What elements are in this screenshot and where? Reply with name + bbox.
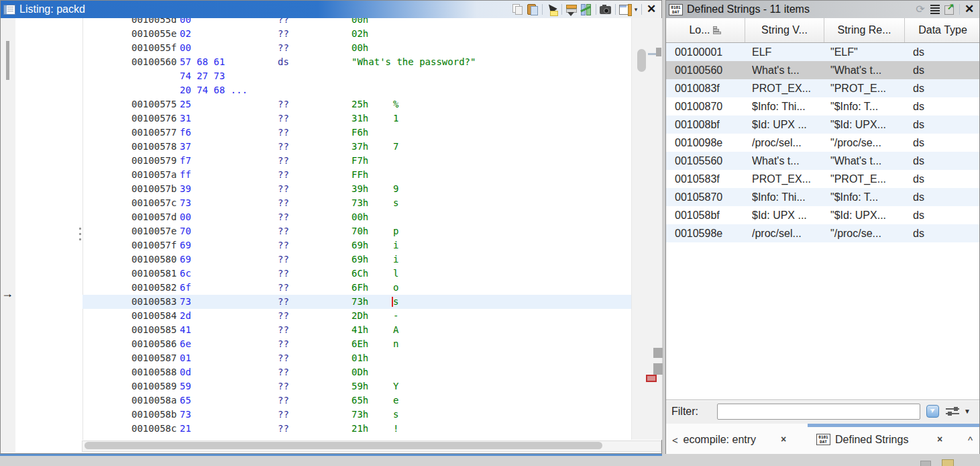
listing-row[interactable]: 0010058c21??21h! — [83, 422, 631, 432]
cell-location: 0010083f — [675, 79, 747, 97]
overview-scroll-thumb[interactable] — [637, 49, 646, 72]
close-icon[interactable]: ✕ — [644, 3, 659, 16]
refresh-icon[interactable]: ⟳ — [913, 3, 928, 16]
listing-rows: 0010055d00??00h0010055e02??02h0010055f00… — [83, 18, 631, 432]
filter-input[interactable] — [717, 404, 920, 420]
listing-operand: F7h — [351, 154, 368, 168]
cell-string-value: $Id: UPX ... — [752, 206, 827, 224]
tab-close-icon[interactable]: × — [781, 434, 786, 445]
cursor-marker-icon[interactable] — [545, 3, 559, 16]
listing-row[interactable]: 0010058373??73hs — [83, 295, 631, 309]
listing-row[interactable]: 0010055e02??02h — [83, 27, 631, 41]
listing-row[interactable]: 0010058069??69hi — [83, 252, 631, 267]
listing-operand: 00h — [351, 210, 368, 224]
splitter-dots-icon[interactable] — [79, 228, 81, 241]
column-header-location[interactable]: Lo... — [666, 18, 745, 42]
string-table-row[interactable]: 00100870$Info: Thi..."$Info: T...ds — [666, 97, 979, 115]
listing-row[interactable]: 0010058b73??73hs — [83, 408, 631, 422]
listing-address: 00100560 — [131, 55, 176, 69]
dropdown-arrow-icon[interactable]: ▼ — [964, 408, 971, 415]
column-filter-icon[interactable] — [946, 406, 959, 416]
string-table-row[interactable]: 0010098e/proc/sel..."/proc/se...ds — [666, 134, 979, 152]
listing-row[interactable]: 0010058a65??65he — [83, 393, 631, 408]
column-header-string-rep[interactable]: String Re... — [824, 18, 905, 42]
close-icon[interactable]: ✕ — [962, 3, 977, 16]
listing-row[interactable]: 00100579f7??F7h — [83, 154, 631, 168]
column-header-data-type[interactable]: Data Type — [905, 18, 980, 42]
make-selection-icon[interactable]: ➚ — [942, 3, 957, 16]
listing-row[interactable]: 0010056057 68 61ds"What's the password?" — [83, 55, 631, 69]
listing-row[interactable]: 0010057631??31h1 — [83, 111, 631, 126]
listing-bytes: 00 — [180, 18, 191, 27]
filter-options-icon[interactable] — [926, 405, 939, 418]
cell-string-value: /proc/sel... — [752, 224, 827, 242]
listing-row[interactable]: 0010058541??41hA — [83, 323, 631, 337]
string-table-row[interactable]: 00105560What's t..."What's t...ds — [666, 152, 979, 170]
listing-row[interactable]: 0010057525??25h% — [83, 97, 631, 111]
listing-row[interactable]: 0010057837??37h7 — [83, 140, 631, 154]
view-lines-icon[interactable] — [928, 3, 942, 16]
listing-row[interactable]: 0010057d00??00h — [83, 210, 631, 224]
listing-row[interactable]: 0010057b39??39h9 — [83, 182, 631, 196]
horizontal-scrollbar-thumb[interactable] — [85, 442, 602, 449]
listing-row[interactable]: 0010055d00??00h — [83, 18, 631, 27]
listing-row[interactable]: 20 74 68 ... — [83, 83, 631, 97]
listing-row[interactable]: 001005866e??6Ehn — [83, 337, 631, 351]
string-table-row[interactable]: 0010598e/proc/sel..."/proc/se...ds — [666, 224, 979, 242]
string-table-row[interactable]: 001058bf$Id: UPX ..."$Id: UPX...ds — [666, 206, 979, 224]
listing-operand: F6h — [351, 126, 368, 140]
snapshot-camera-icon[interactable] — [598, 3, 613, 16]
diff-view-icon[interactable] — [579, 3, 594, 16]
cell-string-rep: "$Info: T... — [830, 97, 910, 115]
listing-row[interactable]: 001005880d??0Dh — [83, 365, 631, 379]
listing-address: 00100588 — [131, 365, 176, 379]
table-header: Lo... String V... String Re... Data Type — [666, 18, 979, 43]
listing-ascii-char: o — [393, 281, 398, 295]
column-header-label: String Re... — [837, 24, 891, 36]
listing-row[interactable]: 001005816c??6Chl — [83, 267, 631, 281]
listing-row[interactable]: 0010057aff??FFh — [83, 168, 631, 182]
listing-mnemonic: ?? — [278, 393, 289, 408]
tab-collapse-icon[interactable]: ^ — [968, 434, 973, 446]
listing-row[interactable]: 001005826f??6Fho — [83, 281, 631, 295]
listing-bytes: 31 — [180, 111, 191, 126]
strings-titlebar[interactable]: 0101 DAT Defined Strings - 11 items ⟳ ➚ … — [666, 1, 979, 18]
listing-row[interactable]: 0010058701??01h — [83, 351, 631, 365]
copy-icon[interactable] — [510, 3, 525, 16]
toolbar-separator — [561, 4, 562, 15]
listing-row[interactable]: 74 27 73 — [83, 69, 631, 83]
tab-scroll-left-icon[interactable]: < — [672, 434, 678, 446]
string-table-row[interactable]: 00105870$Info: Thi..."$Info: T...ds — [666, 188, 979, 206]
horizontal-scrollbar[interactable] — [82, 440, 661, 452]
merge-table-icon[interactable] — [564, 3, 579, 16]
listing-row[interactable]: 0010057c73??73hs — [83, 196, 631, 210]
tab-close-icon[interactable]: × — [937, 434, 942, 445]
listing-row[interactable]: 0010055f00??00h — [83, 41, 631, 55]
tab-defined-strings[interactable]: Defined Strings — [835, 434, 908, 446]
string-table-row[interactable]: 00100560What's t..."What's t...ds — [666, 61, 979, 79]
listing-row[interactable]: 0010057f69??69hi — [83, 238, 631, 252]
string-table-row[interactable]: 0010083fPROT_EX..."PROT_E...ds — [666, 79, 979, 97]
listing-mnemonic: ?? — [278, 126, 289, 140]
string-table-row[interactable]: 0010583fPROT_EX..."PROT_E...ds — [666, 170, 979, 188]
listing-row[interactable]: 0010058959??59hY — [83, 379, 631, 393]
dropdown-arrow-icon[interactable]: ▾ — [633, 6, 639, 13]
margin-scroll-thumb[interactable] — [6, 41, 9, 80]
listing-operand: 01h — [351, 351, 368, 365]
listing-mnemonic: ?? — [278, 111, 289, 126]
listing-row[interactable]: 0010057e70??70hp — [83, 224, 631, 238]
listing-row[interactable]: 001005842d??2Dh- — [83, 309, 631, 323]
edit-listing-fields-icon[interactable] — [618, 3, 633, 16]
listing-address: 00100584 — [131, 309, 176, 323]
string-table-row[interactable]: 001008bf$Id: UPX ..."$Id: UPX...ds — [666, 115, 979, 134]
string-table-row[interactable]: 00100001ELF"ELF"ds — [666, 43, 979, 61]
listing-operand: 25h — [351, 97, 368, 111]
listing-bytes: 0d — [180, 365, 191, 379]
column-header-string-value[interactable]: String V... — [745, 18, 824, 42]
listing-address: 00100578 — [131, 140, 176, 154]
listing-row[interactable]: 00100577f6??F6h — [83, 126, 631, 140]
listing-titlebar[interactable]: Listing: packd ▾ ✕ — [1, 1, 661, 18]
tab-decompile-entry[interactable]: Decompile: entry — [683, 434, 777, 447]
listing-bytes: 70 — [180, 224, 191, 238]
paste-icon[interactable] — [525, 3, 540, 16]
